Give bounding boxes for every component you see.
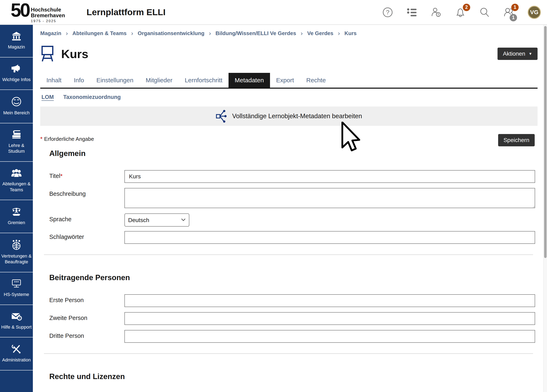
zweite-person-input[interactable] [124, 312, 535, 325]
form-row-titel: Titel* [40, 170, 538, 183]
erste-person-input[interactable] [124, 294, 535, 307]
sidebar-item-label: Gremien [8, 220, 25, 226]
svg-text:***: *** [14, 280, 19, 285]
sidebar-item-label: Administration [2, 357, 31, 363]
actions-button-label: Aktionen [503, 50, 525, 57]
contacts-badge-bottom: 1 [510, 14, 517, 21]
avatar[interactable]: VG [528, 6, 541, 19]
sidebar-item-label: HS-Systeme [4, 292, 29, 297]
page-title: Kurs [61, 47, 88, 61]
notifications-button[interactable]: 2 [455, 7, 466, 18]
svg-text:?: ? [19, 317, 20, 320]
tab-rechte[interactable]: Rechte [300, 73, 332, 88]
breadcrumb-item[interactable]: Magazin [40, 30, 62, 37]
logo-years: 1975 - 2025 [31, 19, 65, 23]
sidebar-item-mein-bereich[interactable]: Mein Bereich [0, 90, 33, 123]
svg-text:?: ? [386, 9, 390, 16]
dritte-person-input[interactable] [124, 330, 535, 343]
required-asterisk: * [40, 136, 42, 142]
sidebar-item-wichtige-infos[interactable]: Wichtige Infos [0, 57, 33, 90]
sidebar-item-hilfe-support[interactable]: ? Hilfe & Support [0, 305, 33, 338]
section-heading-allgemein: Allgemein [49, 149, 538, 158]
form-row-schlagwoerter: Schlagwörter [40, 231, 538, 244]
bank-icon [11, 31, 21, 41]
mail-question-icon: ? [11, 311, 22, 321]
titel-label-text: Titel [49, 173, 60, 179]
breadcrumb-item[interactable]: Bildung/Wissen/ELLI Ve Gerdes [216, 30, 296, 37]
breadcrumb-item[interactable]: Ve Gerdes [307, 30, 333, 37]
logo-line2: Bremerhaven [31, 13, 65, 18]
tab-bar: Inhalt Info Einstellungen Mitglieder Ler… [40, 73, 538, 89]
sidebar-item-magazin[interactable]: Magazin [0, 25, 33, 57]
tab-export[interactable]: Export [270, 73, 300, 88]
contacts-badge-top: 1 [511, 4, 519, 11]
breadcrumb-item[interactable]: Abteilungen & Teams [73, 30, 127, 37]
tab-metadaten[interactable]: Metadaten [229, 73, 270, 88]
breadcrumb-separator: › [131, 30, 133, 37]
breadcrumb-item[interactable]: Organisationsentwicklung [137, 30, 204, 37]
breadcrumb-separator: › [209, 30, 211, 37]
notifications-badge: 2 [463, 4, 470, 11]
caret-down-icon: ▼ [528, 52, 532, 56]
vertical-scrollbar[interactable] [543, 25, 547, 392]
section-heading-rechte: Rechte und Lizenzen [49, 372, 538, 381]
beschreibung-textarea[interactable] [124, 188, 535, 208]
help-icon: ? [382, 7, 393, 18]
sprache-select[interactable]: Deutsch [124, 213, 189, 227]
tab-inhalt[interactable]: Inhalt [40, 73, 68, 88]
form-row-sprache: Sprache Deutsch [40, 213, 538, 227]
titel-input[interactable] [124, 170, 535, 183]
sidebar: Magazin Wichtige Infos Mein Bereich Lehr… [0, 25, 33, 392]
search-icon [479, 7, 490, 18]
sidebar-item-vertretungen[interactable]: Vertretungen & Beauftragte [0, 233, 33, 272]
schlagwoerter-input[interactable] [124, 231, 535, 244]
tools-icon [11, 344, 22, 354]
course-easel-icon [40, 45, 55, 62]
sidebar-item-label: Vertretungen & Beauftragte [1, 253, 32, 265]
todo-list-button[interactable] [407, 7, 417, 18]
sidebar-item-label: Mein Bereich [3, 110, 30, 116]
form-toolbar: *Erforderliche Angabe Speichern [40, 134, 538, 146]
scrollbar-thumb[interactable] [544, 26, 547, 258]
sidebar-item-label: Hilfe & Support [1, 324, 32, 330]
form-row-beschreibung: Beschreibung [40, 188, 538, 209]
tab-info[interactable]: Info [68, 73, 90, 88]
sidebar-item-abteilungen-teams[interactable]: Abteilungen & Teams [0, 162, 33, 200]
sidebar-item-administration[interactable]: Administration [0, 338, 33, 371]
sidebar-item-label: Lehre & Studium [1, 143, 32, 154]
smiley-icon [11, 96, 21, 107]
save-button[interactable]: Speichern [498, 134, 535, 146]
titel-required-asterisk: * [60, 173, 63, 179]
megaphone-icon [11, 64, 22, 74]
books-icon [11, 130, 22, 139]
subtab-taxonomiezuordnung[interactable]: Taxonomiezuordnung [63, 94, 121, 100]
logo-50: 50 [11, 1, 29, 19]
schlagwoerter-label: Schlagwörter [40, 231, 124, 240]
awareness-button[interactable] [431, 7, 441, 18]
contacts-button[interactable]: 1 1 [504, 7, 514, 18]
sidebar-item-lehre-studium[interactable]: Lehre & Studium [0, 123, 33, 162]
app-header: 50 Hochschule Bremerhaven 1975 - 2025 Le… [0, 0, 547, 25]
tab-einstellungen[interactable]: Einstellungen [90, 73, 139, 88]
breadcrumb-item[interactable]: Kurs [344, 30, 356, 37]
sprache-label: Sprache [40, 213, 124, 223]
subtab-lom[interactable]: LOM [41, 94, 54, 100]
tab-lernfortschritt[interactable]: Lernfortschritt [179, 73, 229, 88]
search-button[interactable] [479, 7, 490, 18]
metadata-form: *Erforderliche Angabe Speichern Allgemei… [40, 134, 538, 392]
edit-full-metadata-banner[interactable]: Vollständige Lernobjekt-Metadaten bearbe… [40, 107, 538, 126]
breadcrumb-separator: › [66, 30, 68, 37]
todo-list-icon [407, 7, 417, 18]
help-button[interactable]: ? [382, 7, 393, 18]
form-row-zweite-person: Zweite Person [40, 312, 538, 325]
sidebar-item-hs-systeme[interactable]: *** HS-Systeme [0, 272, 33, 305]
form-row-erste-person: Erste Person [40, 294, 538, 307]
beschreibung-label: Beschreibung [40, 188, 124, 197]
gremien-icon [11, 207, 22, 216]
actions-button[interactable]: Aktionen ▼ [498, 48, 538, 60]
sidebar-item-gremien[interactable]: Gremien [0, 200, 33, 233]
tab-mitglieder[interactable]: Mitglieder [140, 73, 179, 88]
required-hint: *Erforderliche Angabe [40, 134, 94, 142]
zweite-person-label: Zweite Person [40, 312, 124, 321]
breadcrumb-separator: › [301, 30, 303, 37]
